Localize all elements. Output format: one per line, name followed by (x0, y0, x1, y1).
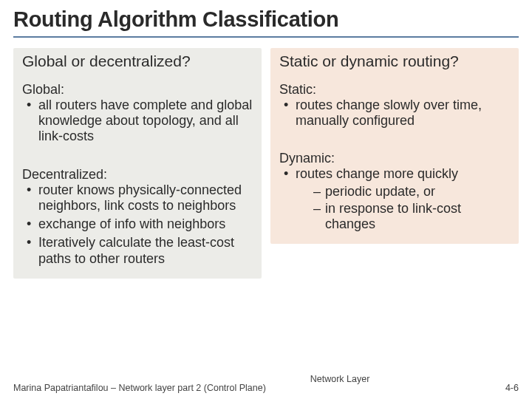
footer-page-number: 4-6 (505, 383, 519, 393)
dynamic-bullets: routes change more quickly periodic upda… (279, 166, 511, 232)
dynamic-heading: Dynamic: (279, 151, 511, 166)
right-column: Static or dynamic routing? Static: route… (270, 48, 519, 279)
footer-row: Marina Papatriantafilou – Network layer … (13, 383, 519, 393)
bullet-text: routes change more quickly (296, 166, 458, 181)
global-bullets: all routers have complete and global kno… (22, 98, 254, 145)
list-item: router knows physically-connected neighb… (22, 183, 254, 214)
list-item: routes change slowly over time, manually… (279, 98, 511, 129)
footer-left: Marina Papatriantafilou – Network layer … (13, 383, 266, 393)
list-item: all routers have complete and global kno… (22, 98, 254, 145)
left-box: Global or decentralized? Global: all rou… (13, 48, 262, 279)
decentralized-bullets: router knows physically-connected neighb… (22, 183, 254, 267)
static-bullets: routes change slowly over time, manually… (279, 98, 511, 129)
slide: Routing Algorithm Classification Global … (0, 0, 532, 399)
right-box: Static or dynamic routing? Static: route… (270, 48, 519, 244)
content-columns: Global or decentralized? Global: all rou… (13, 48, 519, 279)
decentralized-heading: Decentralized: (22, 167, 254, 183)
title-rule (13, 36, 519, 38)
footer: Network Layer Marina Papatriantafilou – … (0, 374, 532, 393)
list-item: routes change more quickly periodic upda… (279, 166, 511, 232)
right-question: Static or dynamic routing? (279, 52, 511, 70)
static-heading: Static: (279, 82, 511, 98)
list-item: exchange of info with neighbors (22, 216, 254, 232)
page-title: Routing Algorithm Classification (13, 7, 519, 36)
list-item: periodic update, or (296, 184, 511, 200)
dynamic-sub-bullets: periodic update, or in response to link-… (296, 184, 511, 233)
list-item: in response to link-cost changes (296, 201, 511, 232)
global-heading: Global: (22, 82, 254, 98)
left-question: Global or decentralized? (22, 52, 254, 70)
left-column: Global or decentralized? Global: all rou… (13, 48, 262, 279)
list-item: Iteratively calculate the least-cost pat… (22, 235, 254, 266)
